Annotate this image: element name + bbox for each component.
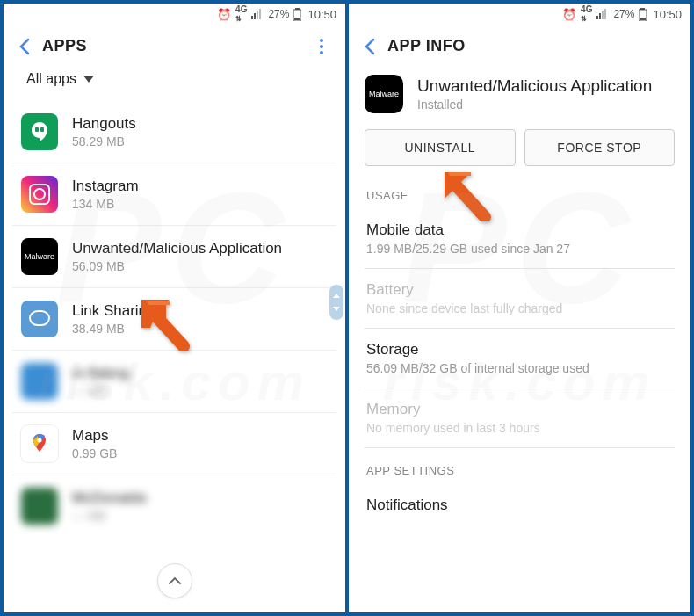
- section-usage: USAGE: [349, 184, 690, 209]
- battery-percent: 27%: [268, 8, 289, 20]
- svg-rect-2: [294, 18, 300, 20]
- app-size: 38.49 MB: [72, 322, 328, 336]
- app-name: Instagram: [72, 178, 328, 195]
- app-name: Hangouts: [72, 115, 328, 133]
- app-row-hangouts[interactable]: Hangouts 58.29 MB: [12, 101, 336, 163]
- back-icon[interactable]: [352, 38, 387, 55]
- alarm-icon: ⏰: [217, 8, 231, 21]
- svg-point-5: [38, 438, 42, 443]
- row-label: Storage: [366, 341, 673, 359]
- apps-filter-dropdown[interactable]: All apps: [4, 71, 345, 101]
- header: APP INFO: [349, 25, 690, 71]
- fast-scroll-handle[interactable]: [329, 285, 343, 320]
- row-label: Battery: [366, 281, 673, 299]
- instagram-icon: [21, 176, 58, 213]
- malware-icon: Malware: [21, 238, 58, 275]
- app-row-maps[interactable]: Maps 0.99 GB: [12, 413, 336, 475]
- status-bar: ⏰ 4G⇅ 27% 10:50: [4, 4, 345, 25]
- app-name: Maps: [72, 427, 328, 445]
- app-row-blurred[interactable]: McDonalds — MB: [12, 475, 336, 537]
- battery-icon: [293, 8, 301, 21]
- signal-icon: [596, 9, 609, 19]
- apps-list: Hangouts 58.29 MB Instagram 134 MB Malwa…: [4, 101, 345, 537]
- app-row-blurred[interactable]: m.flabng — MB: [12, 351, 336, 413]
- blurred-app-icon: [21, 488, 58, 525]
- row-value: 1.99 MB/25.29 GB used since Jan 27: [366, 242, 673, 256]
- header: APPS: [4, 25, 345, 71]
- signal-icon: [251, 9, 264, 19]
- uninstall-button[interactable]: UNINSTALL: [365, 129, 516, 166]
- row-label: Memory: [366, 401, 673, 418]
- app-row-instagram[interactable]: Instagram 134 MB: [12, 163, 336, 226]
- scroll-to-top-button[interactable]: [157, 563, 192, 598]
- force-stop-button[interactable]: FORCE STOP: [524, 129, 676, 166]
- dropdown-triangle-icon: [83, 76, 94, 83]
- link-sharing-icon: [21, 301, 58, 337]
- row-value: 56.09 MB/32 GB of internal storage used: [366, 361, 673, 375]
- action-buttons: UNINSTALL FORCE STOP: [349, 129, 690, 184]
- app-row-linksharing[interactable]: Link Sharing 38.49 MB: [12, 288, 336, 351]
- notifications-row[interactable]: Notifications: [365, 484, 675, 518]
- row-value: No memory used in last 3 hours: [366, 421, 673, 435]
- maps-icon: [21, 425, 58, 462]
- app-size: — MB: [72, 384, 328, 398]
- network-type: 4G⇅: [235, 5, 247, 23]
- app-name: m.flabng: [72, 365, 328, 382]
- row-value: None since device last fully charged: [366, 301, 673, 315]
- app-size: 58.29 MB: [72, 134, 328, 149]
- back-icon[interactable]: [7, 38, 42, 55]
- app-name: Unwanted/Malicious Application: [417, 76, 652, 96]
- network-type: 4G⇅: [581, 5, 592, 23]
- app-row-malware[interactable]: Malware Unwanted/Malicious Application 5…: [12, 226, 336, 288]
- storage-row[interactable]: Storage 56.09 MB/32 GB of internal stora…: [365, 329, 675, 388]
- status-bar: ⏰ 4G⇅ 27% 10:50: [349, 4, 690, 25]
- page-title: APPS: [42, 37, 87, 55]
- app-name: Unwanted/Malicious Application: [72, 240, 328, 257]
- section-app-settings: APP SETTINGS: [349, 448, 690, 484]
- app-size: 56.09 MB: [72, 259, 328, 273]
- svg-rect-13: [640, 18, 646, 20]
- page-title: APP INFO: [387, 37, 466, 55]
- filter-label: All apps: [26, 71, 76, 87]
- mobile-data-row[interactable]: Mobile data 1.99 MB/25.29 GB used since …: [365, 209, 675, 269]
- row-label: Notifications: [366, 496, 673, 514]
- hangouts-icon: [21, 113, 58, 150]
- app-size: 134 MB: [72, 197, 328, 211]
- battery-row: Battery None since device last fully cha…: [365, 269, 675, 329]
- row-label: Mobile data: [366, 221, 673, 239]
- battery-icon: [639, 8, 647, 21]
- battery-percent: 27%: [613, 8, 634, 20]
- app-info-screen: PC risk.com ⏰ 4G⇅ 27% 10:50 APP INFO Mal…: [349, 4, 690, 612]
- app-size: — MB: [72, 509, 328, 523]
- clock: 10:50: [653, 8, 682, 21]
- app-install-status: Installed: [417, 98, 652, 112]
- blurred-app-icon: [21, 363, 58, 400]
- svg-rect-3: [35, 127, 39, 132]
- overflow-menu-icon[interactable]: [308, 39, 335, 54]
- apps-list-screen: PC risk.com ⏰ 4G⇅ 27% 10:50 APPS: [4, 4, 345, 612]
- app-header: Malware Unwanted/Malicious Application I…: [349, 71, 690, 129]
- app-name: Link Sharing: [72, 302, 328, 320]
- alarm-icon: ⏰: [562, 8, 576, 21]
- svg-rect-4: [40, 127, 44, 132]
- app-name: McDonalds: [72, 489, 328, 507]
- memory-row: Memory No memory used in last 3 hours: [365, 388, 675, 448]
- malware-icon: Malware: [365, 75, 403, 113]
- app-size: 0.99 GB: [72, 446, 328, 460]
- clock: 10:50: [307, 8, 336, 21]
